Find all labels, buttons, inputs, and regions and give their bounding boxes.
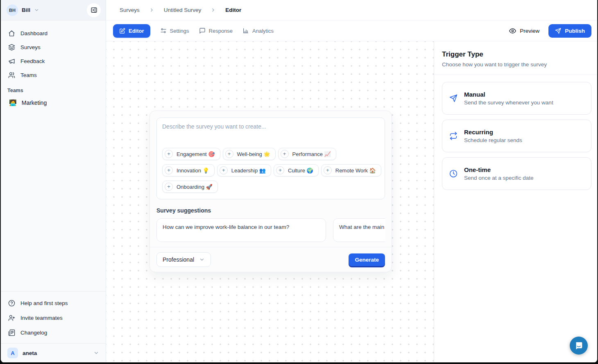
chip-row: + Onboarding 🚀 bbox=[162, 181, 379, 193]
survey-description-input[interactable] bbox=[162, 123, 379, 148]
topic-chip-remote-work[interactable]: + Remote Work 🏠 bbox=[321, 164, 381, 176]
teams-section-label: Teams bbox=[1, 82, 106, 96]
generate-button[interactable]: Generate bbox=[349, 253, 385, 266]
breadcrumb: Surveys Untitled Survey Editor bbox=[120, 7, 241, 13]
suggestion-card[interactable]: How can we improve work-life balance in … bbox=[156, 218, 326, 242]
user-avatar: A bbox=[7, 348, 18, 358]
sidebar-item-feedback[interactable]: Feedback bbox=[1, 54, 106, 68]
preview-button[interactable]: Preview bbox=[509, 27, 539, 34]
user-name: aneta bbox=[23, 350, 37, 356]
chevron-right-icon bbox=[211, 7, 216, 13]
editor-canvas: + Engagement 🎯 + Well-being 🌟 + Performa… bbox=[106, 41, 434, 362]
sidebar-item-team-marketing[interactable]: 🧑‍💻 Marketing bbox=[1, 96, 106, 110]
send-icon bbox=[555, 28, 561, 34]
plus-icon: + bbox=[281, 150, 289, 158]
message-icon bbox=[199, 27, 206, 34]
topic-chip-culture[interactable]: + Culture 🌍 bbox=[274, 164, 319, 176]
chip-label: Remote Work 🏠 bbox=[335, 167, 376, 174]
sidebar-item-invite[interactable]: Invite teammates bbox=[1, 310, 106, 325]
composer-body: + Engagement 🎯 + Well-being 🌟 + Performa… bbox=[150, 111, 392, 242]
tone-select[interactable]: Professional bbox=[156, 252, 211, 267]
suggestion-card[interactable]: What are the main obstacles to productiv… bbox=[333, 218, 385, 242]
chevron-down-icon bbox=[34, 7, 39, 13]
layers-icon bbox=[8, 44, 15, 51]
trigger-option-one-time[interactable]: One-time Send once at a specific date bbox=[442, 157, 591, 190]
topic-chip-engagement[interactable]: + Engagement 🎯 bbox=[162, 148, 220, 160]
tab-label: Analytics bbox=[252, 28, 274, 34]
chip-label: Well-being 🌟 bbox=[237, 151, 270, 157]
plus-icon: + bbox=[324, 166, 332, 174]
user-menu[interactable]: A aneta bbox=[1, 343, 106, 362]
technologist-emoji-icon: 🧑‍💻 bbox=[9, 99, 17, 106]
chevron-down-icon bbox=[199, 257, 205, 262]
chevron-right-icon bbox=[149, 7, 154, 13]
app-window: BH Bill Dashboard Surv bbox=[0, 0, 598, 364]
trigger-option-description: Schedule regular sends bbox=[464, 137, 522, 143]
sidebar-item-label: Changelog bbox=[20, 330, 47, 336]
sidebar-item-dashboard[interactable]: Dashboard bbox=[1, 26, 106, 40]
breadcrumb-surveys[interactable]: Surveys bbox=[120, 7, 140, 13]
chat-launcher-button[interactable] bbox=[570, 337, 588, 355]
trigger-option-manual[interactable]: Manual Send the survey whenever you want bbox=[442, 82, 591, 115]
topic-chips: + Engagement 🎯 + Well-being 🌟 + Performa… bbox=[162, 148, 379, 194]
topic-chip-leadership[interactable]: + Leadership 👥 bbox=[217, 164, 271, 176]
tab-analytics[interactable]: Analytics bbox=[242, 27, 274, 34]
sidebar-item-surveys[interactable]: Surveys bbox=[1, 40, 106, 54]
topic-chip-well-being[interactable]: + Well-being 🌟 bbox=[223, 148, 276, 160]
sidebar-item-help[interactable]: Help and first steps bbox=[1, 296, 106, 310]
tab-response[interactable]: Response bbox=[199, 27, 233, 34]
breadcrumb-survey-name[interactable]: Untitled Survey bbox=[164, 7, 202, 13]
breadcrumb-bar: Surveys Untitled Survey Editor bbox=[106, 0, 598, 20]
composer-footer: Professional Generate bbox=[150, 247, 392, 272]
bar-chart-icon bbox=[242, 27, 249, 34]
sidebar-item-label: Invite teammates bbox=[20, 315, 63, 321]
tab-settings[interactable]: Settings bbox=[160, 27, 189, 34]
chip-label: Onboarding 🚀 bbox=[177, 184, 213, 190]
trigger-option-title: Recurring bbox=[464, 129, 522, 136]
toolbar-actions: Preview Publish bbox=[509, 24, 591, 38]
chip-label: Leadership 👥 bbox=[231, 167, 266, 174]
trigger-option-recurring[interactable]: Recurring Schedule regular sends bbox=[442, 120, 591, 152]
sidebar-footer: Help and first steps Invite teammates Ch… bbox=[1, 291, 106, 362]
topic-chip-performance[interactable]: + Performance 📈 bbox=[278, 148, 336, 160]
sidebar-item-changelog[interactable]: Changelog bbox=[1, 325, 106, 340]
sidebar-item-label: Feedback bbox=[20, 58, 45, 64]
plus-icon: + bbox=[165, 183, 173, 191]
topic-chip-innovation[interactable]: + Innovation 💡 bbox=[162, 164, 215, 176]
breadcrumb-current: Editor bbox=[225, 7, 241, 13]
preview-label: Preview bbox=[520, 28, 539, 34]
sidebar: BH Bill Dashboard Surv bbox=[1, 0, 106, 362]
trigger-option-title: Manual bbox=[464, 91, 553, 98]
panel-collapse-icon bbox=[91, 7, 97, 14]
sidebar-nav: Dashboard Surveys Feedback Teams bbox=[1, 20, 106, 110]
suggestions-list: How can we improve work-life balance in … bbox=[156, 218, 385, 242]
panel-title: Trigger Type bbox=[442, 50, 591, 59]
trigger-option-text: Recurring Schedule regular sends bbox=[464, 129, 522, 143]
editor-tabs: Editor Settings Response Analytics bbox=[113, 24, 274, 38]
tone-value: Professional bbox=[163, 256, 194, 263]
chip-label: Innovation 💡 bbox=[177, 167, 209, 174]
trigger-option-title: One-time bbox=[464, 166, 534, 173]
plus-icon: + bbox=[165, 166, 173, 174]
repeat-icon bbox=[449, 132, 458, 140]
sidebar-item-label: Help and first steps bbox=[20, 300, 68, 306]
suggestions-title: Survey suggestions bbox=[156, 207, 385, 214]
topic-chip-onboarding[interactable]: + Onboarding 🚀 bbox=[162, 181, 218, 193]
publish-button[interactable]: Publish bbox=[548, 24, 591, 38]
chip-label: Engagement 🎯 bbox=[177, 151, 215, 157]
tab-label: Settings bbox=[170, 28, 189, 34]
help-circle-icon bbox=[8, 300, 15, 307]
plus-icon: + bbox=[220, 166, 228, 174]
plus-icon: + bbox=[276, 166, 284, 174]
sidebar-item-label: Teams bbox=[20, 72, 37, 78]
chip-row: + Engagement 🎯 + Well-being 🌟 + Performa… bbox=[162, 148, 379, 160]
sliders-icon bbox=[160, 27, 167, 34]
sidebar-collapse-button[interactable] bbox=[87, 3, 101, 17]
edit-icon bbox=[119, 28, 125, 34]
tab-editor[interactable]: Editor bbox=[113, 24, 150, 38]
sidebar-item-label: Surveys bbox=[20, 44, 41, 50]
sidebar-item-teams[interactable]: Teams bbox=[1, 68, 106, 82]
trigger-option-description: Send once at a specific date bbox=[464, 175, 534, 181]
workspace-switcher[interactable]: BH Bill bbox=[1, 0, 106, 20]
workspace-avatar: BH bbox=[7, 5, 18, 16]
